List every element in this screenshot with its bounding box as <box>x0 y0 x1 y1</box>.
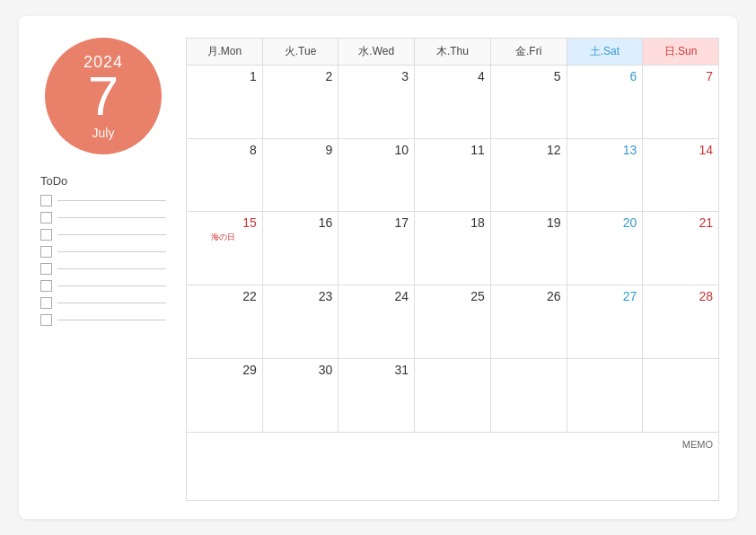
todo-checkbox-1[interactable] <box>40 195 52 206</box>
list-item <box>40 212 166 224</box>
right-panel: 月.Mon 火.Tue 水.Wed 木.Thu 金.Fri 土.Sat 日.Su… <box>186 38 719 501</box>
header-thu: 木.Thu <box>415 39 491 66</box>
todo-section: ToDo <box>40 174 166 331</box>
header-wed: 水.Wed <box>338 39 415 66</box>
day-16: 16 <box>262 212 338 285</box>
day-12: 12 <box>490 138 567 212</box>
todo-line-6 <box>57 285 166 286</box>
day-4: 4 <box>415 66 491 139</box>
header-mon: 月.Mon <box>187 39 263 66</box>
list-item <box>40 246 166 258</box>
day-17: 17 <box>338 212 415 285</box>
header-sat: 土.Sat <box>567 39 643 66</box>
month-number: 7 <box>88 68 119 124</box>
todo-checkbox-5[interactable] <box>40 263 52 275</box>
table-row: 22 23 24 25 26 27 28 <box>187 285 719 359</box>
list-item <box>40 195 166 206</box>
day-25: 25 <box>415 285 491 359</box>
day-11: 11 <box>415 138 491 212</box>
table-row: 29 30 31 <box>187 358 719 432</box>
memo-label: MEMO <box>682 439 713 450</box>
day-20: 20 <box>567 212 643 285</box>
todo-checkbox-7[interactable] <box>40 297 52 309</box>
day-6: 6 <box>567 66 643 139</box>
day-9: 9 <box>262 138 338 212</box>
calendar-header-row: 月.Mon 火.Tue 水.Wed 木.Thu 金.Fri 土.Sat 日.Su… <box>187 39 719 66</box>
todo-line-8 <box>57 320 166 320</box>
table-row: 1 2 3 4 5 6 7 <box>187 66 719 139</box>
todo-checkbox-8[interactable] <box>40 314 52 326</box>
memo-row: MEMO <box>187 432 719 500</box>
todo-line-2 <box>57 217 166 218</box>
calendar-table: 月.Mon 火.Tue 水.Wed 木.Thu 金.Fri 土.Sat 日.Su… <box>186 38 719 501</box>
table-row: 15 海の日 16 17 18 19 20 21 <box>187 212 719 285</box>
list-item <box>40 280 166 292</box>
day-22: 22 <box>187 285 263 359</box>
todo-line-7 <box>57 303 166 303</box>
month-name: July <box>92 126 115 140</box>
day-empty-1 <box>415 358 491 432</box>
todo-checkbox-6[interactable] <box>40 280 52 292</box>
day-29: 29 <box>187 358 263 432</box>
todo-line-4 <box>57 251 166 252</box>
header-sun: 日.Sun <box>643 39 719 66</box>
day-empty-2 <box>490 358 567 432</box>
list-item <box>40 229 166 241</box>
list-item <box>40 314 166 326</box>
day-27: 27 <box>567 285 643 359</box>
todo-line-3 <box>57 234 166 235</box>
day-31: 31 <box>338 358 415 432</box>
day-5: 5 <box>490 66 567 139</box>
day-19: 19 <box>490 212 567 285</box>
day-13: 13 <box>567 138 643 212</box>
todo-checkbox-4[interactable] <box>40 246 52 258</box>
header-tue: 火.Tue <box>262 39 338 66</box>
day-15: 15 海の日 <box>187 212 263 285</box>
todo-checkbox-2[interactable] <box>40 212 52 224</box>
day-26: 26 <box>490 285 567 359</box>
header-fri: 金.Fri <box>490 39 567 66</box>
todo-line-5 <box>57 268 166 269</box>
memo-cell: MEMO <box>187 432 719 500</box>
day-10: 10 <box>338 138 415 212</box>
day-3: 3 <box>338 66 415 139</box>
day-2: 2 <box>262 66 338 139</box>
month-circle: 2024 7 July <box>45 38 162 154</box>
left-panel: 2024 7 July ToDo <box>37 38 170 501</box>
day-8: 8 <box>187 138 263 212</box>
day-23: 23 <box>262 285 338 359</box>
list-item <box>40 263 166 275</box>
day-7: 7 <box>643 66 719 139</box>
day-28: 28 <box>643 285 719 359</box>
calendar-page: 2024 7 July ToDo <box>19 16 737 519</box>
day-24: 24 <box>338 285 415 359</box>
day-empty-3 <box>567 358 643 432</box>
day-empty-4 <box>643 358 719 432</box>
day-14: 14 <box>643 138 719 212</box>
day-30: 30 <box>262 358 338 432</box>
day-1: 1 <box>187 66 263 139</box>
list-item <box>40 297 166 309</box>
todo-line-1 <box>57 200 166 201</box>
day-18: 18 <box>415 212 491 285</box>
day-21: 21 <box>643 212 719 285</box>
todo-checkbox-3[interactable] <box>40 229 52 241</box>
table-row: 8 9 10 11 12 13 14 <box>187 138 719 212</box>
holiday-label-umi: 海の日 <box>190 232 257 243</box>
todo-label: ToDo <box>40 174 166 188</box>
